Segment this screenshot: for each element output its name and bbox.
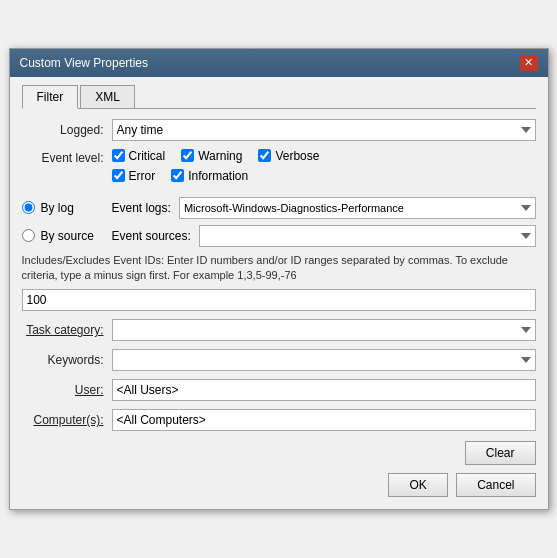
checkbox-group-bottom: Error Information <box>112 169 320 183</box>
by-source-radio[interactable] <box>22 229 35 242</box>
log-source-section: By log Event logs: Microsoft-Windows-Dia… <box>22 197 536 247</box>
logged-row: Logged: Any time Last hour Last 12 hours… <box>22 119 536 141</box>
by-log-row: By log Event logs: Microsoft-Windows-Dia… <box>22 197 536 219</box>
keywords-label: Keywords: <box>22 353 112 367</box>
checkbox-verbose[interactable]: Verbose <box>258 149 319 163</box>
event-logs-select-wrap: Microsoft-Windows-Diagnostics-Performanc… <box>179 197 536 219</box>
ok-cancel-bar: OK Cancel <box>22 473 536 497</box>
event-sources-select-wrap <box>199 225 536 247</box>
task-category-select[interactable] <box>112 319 536 341</box>
checkbox-information[interactable]: Information <box>171 169 248 183</box>
event-sources-select[interactable] <box>199 225 536 247</box>
checkbox-information-input[interactable] <box>171 169 184 182</box>
event-sources-wrap: Event sources: <box>112 225 536 247</box>
computer-row: Computer(s): <box>22 409 536 431</box>
tab-filter[interactable]: Filter <box>22 85 79 109</box>
event-logs-select[interactable]: Microsoft-Windows-Diagnostics-Performanc… <box>179 197 536 219</box>
user-label: User: <box>22 383 112 397</box>
event-level-checkboxes: Critical Warning Verbose Error <box>112 149 320 189</box>
keywords-select[interactable] <box>112 349 536 371</box>
cancel-button[interactable]: Cancel <box>456 473 535 497</box>
task-category-row: Task category: <box>22 319 536 341</box>
dialog-title: Custom View Properties <box>20 56 149 70</box>
task-category-select-wrap <box>112 319 536 341</box>
description-text: Includes/Excludes Event IDs: Enter ID nu… <box>22 253 536 284</box>
buttons-wrap: Clear <box>465 441 536 465</box>
checkbox-error[interactable]: Error <box>112 169 156 183</box>
event-sources-label: Event sources: <box>112 229 191 243</box>
checkbox-error-input[interactable] <box>112 169 125 182</box>
user-row: User: <box>22 379 536 401</box>
event-logs-label: Event logs: <box>112 201 171 215</box>
checkbox-group-top: Critical Warning Verbose <box>112 149 320 163</box>
computer-input[interactable] <box>112 409 536 431</box>
logged-select[interactable]: Any time Last hour Last 12 hours Last 24… <box>112 119 536 141</box>
by-log-radio[interactable] <box>22 201 35 214</box>
user-input[interactable] <box>112 379 536 401</box>
dialog-body: Filter XML Logged: Any time Last hour La… <box>10 77 548 510</box>
keywords-row: Keywords: <box>22 349 536 371</box>
ok-button[interactable]: OK <box>388 473 448 497</box>
tab-xml[interactable]: XML <box>80 85 135 108</box>
clear-button[interactable]: Clear <box>465 441 536 465</box>
by-source-row: By source Event sources: <box>22 225 536 247</box>
by-source-radio-label: By source <box>22 229 112 243</box>
by-log-radio-label: By log <box>22 201 112 215</box>
checkbox-warning[interactable]: Warning <box>181 149 242 163</box>
action-bar: Clear <box>22 441 536 465</box>
checkbox-verbose-input[interactable] <box>258 149 271 162</box>
title-bar: Custom View Properties ✕ <box>10 49 548 77</box>
keywords-select-wrap <box>112 349 536 371</box>
user-input-wrap <box>112 379 536 401</box>
dialog: Custom View Properties ✕ Filter XML Logg… <box>9 48 549 511</box>
logged-select-wrap: Any time Last hour Last 12 hours Last 24… <box>112 119 536 141</box>
computer-label: Computer(s): <box>22 413 112 427</box>
checkbox-warning-input[interactable] <box>181 149 194 162</box>
event-id-input[interactable] <box>22 289 536 311</box>
computer-input-wrap <box>112 409 536 431</box>
event-level-row: Event level: Critical Warning Verbose <box>22 149 536 189</box>
event-level-label: Event level: <box>22 149 112 165</box>
checkbox-critical-input[interactable] <box>112 149 125 162</box>
logged-label: Logged: <box>22 123 112 137</box>
close-button[interactable]: ✕ <box>520 55 538 71</box>
event-logs-wrap: Event logs: Microsoft-Windows-Diagnostic… <box>112 197 536 219</box>
task-category-label: Task category: <box>22 323 112 337</box>
tab-bar: Filter XML <box>22 85 536 109</box>
checkbox-critical[interactable]: Critical <box>112 149 166 163</box>
